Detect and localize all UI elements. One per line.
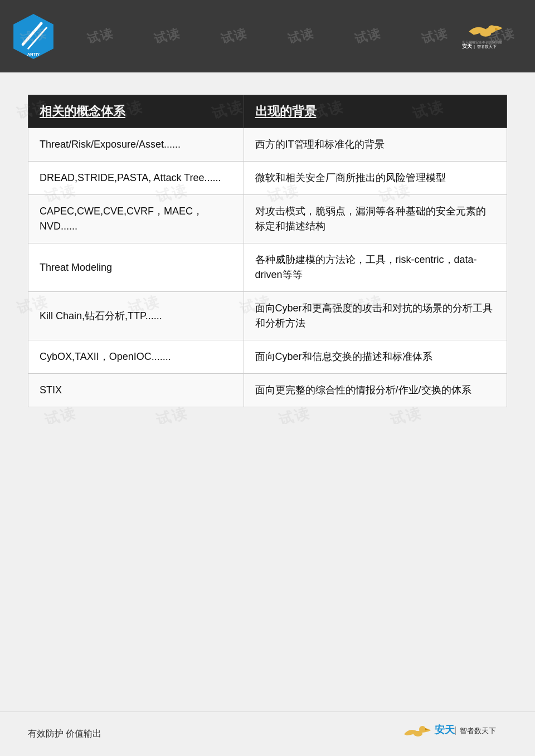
watermark-4: 试读 [219, 25, 249, 47]
table-row: Threat/Risk/Exposure/Asset......西方的IT管理和… [28, 128, 507, 162]
watermark-3: 试读 [152, 25, 182, 47]
table-row: CAPEC,CWE,CVE,CVRF，MAEC，NVD......对攻击模式，脆… [28, 195, 507, 243]
header: 试读 试读 试读 试读 试读 试读 试读 试读 ANTIY [0, 0, 535, 72]
table-cell-left: DREAD,STRIDE,PASTA, Attack Tree...... [28, 162, 244, 195]
svg-text:ANTIY: ANTIY [27, 52, 40, 57]
svg-text:安天: 安天 [461, 43, 473, 49]
table-cell-right: 面向更完整的综合性的情报分析/作业/交换的体系 [244, 374, 507, 407]
table-cell-left: Kill Chain,钻石分析,TTP...... [28, 292, 244, 340]
table-cell-right: 各种威胁建模的方法论，工具，risk-centric，data-driven等等 [244, 243, 507, 292]
main-table: 相关的概念体系 出现的背景 Threat/Risk/Exposure/Asset… [28, 95, 507, 407]
footer: 有效防护 价值输出 安天 | 智者数天下 [0, 711, 535, 756]
svg-text:智者数天下: 智者数天下 [460, 726, 496, 735]
watermark-6: 试读 [353, 25, 383, 47]
table-cell-left: Threat/Risk/Exposure/Asset...... [28, 128, 244, 162]
svg-text:|: | [474, 44, 475, 49]
col1-header: 相关的概念体系 [28, 95, 244, 128]
main-content: 试读 试读 试读 试读 试读 试读 试读 试读 试读 试读 试读 试读 试读 试… [0, 72, 535, 424]
header-brand: 安天 | 智者数天下 安天网络安全冬训营第四届 [457, 17, 524, 56]
table-cell-right: 面向Cyber和信息交换的描述和标准体系 [244, 340, 507, 374]
watermark-7: 试读 [420, 25, 450, 47]
svg-point-5 [488, 25, 496, 33]
table-cell-right: 面向Cyber和更高强度的攻击和对抗的场景的分析工具和分析方法 [244, 292, 507, 340]
table-cell-right: 西方的IT管理和标准化的背景 [244, 128, 507, 162]
table-row: STIX面向更完整的综合性的情报分析/作业/交换的体系 [28, 374, 507, 407]
footer-logo: 安天 | 智者数天下 [396, 718, 507, 751]
table-cell-left: Threat Modeling [28, 243, 244, 292]
watermark-2: 试读 [85, 25, 115, 47]
svg-point-11 [419, 726, 426, 733]
svg-text:安天网络安全冬训营第四届: 安天网络安全冬训营第四届 [462, 40, 502, 44]
svg-text:安天: 安天 [434, 724, 455, 735]
svg-text:|: | [454, 725, 456, 735]
table-row: CybOX,TAXII，OpenIOC.......面向Cyber和信息交换的描… [28, 340, 507, 374]
table-cell-right: 对攻击模式，脆弱点，漏洞等各种基础的安全元素的标定和描述结构 [244, 195, 507, 243]
watermark-5: 试读 [286, 25, 316, 47]
table-row: DREAD,STRIDE,PASTA, Attack Tree......微软和… [28, 162, 507, 195]
header-watermarks: 试读 试读 试读 试读 试读 试读 试读 试读 [0, 0, 535, 72]
antiy-logo: ANTIY [11, 13, 56, 60]
table-cell-left: CAPEC,CWE,CVE,CVRF，MAEC，NVD...... [28, 195, 244, 243]
table-cell-left: CybOX,TAXII，OpenIOC....... [28, 340, 244, 374]
table-row: Kill Chain,钻石分析,TTP......面向Cyber和更高强度的攻击… [28, 292, 507, 340]
table-row: Threat Modeling各种威胁建模的方法论，工具，risk-centri… [28, 243, 507, 292]
table-cell-left: STIX [28, 374, 244, 407]
footer-text: 有效防护 价值输出 [28, 728, 101, 740]
svg-text:智者数天下: 智者数天下 [477, 45, 497, 48]
col2-header: 出现的背景 [244, 95, 507, 128]
table-cell-right: 微软和相关安全厂商所推出的风险管理模型 [244, 162, 507, 195]
